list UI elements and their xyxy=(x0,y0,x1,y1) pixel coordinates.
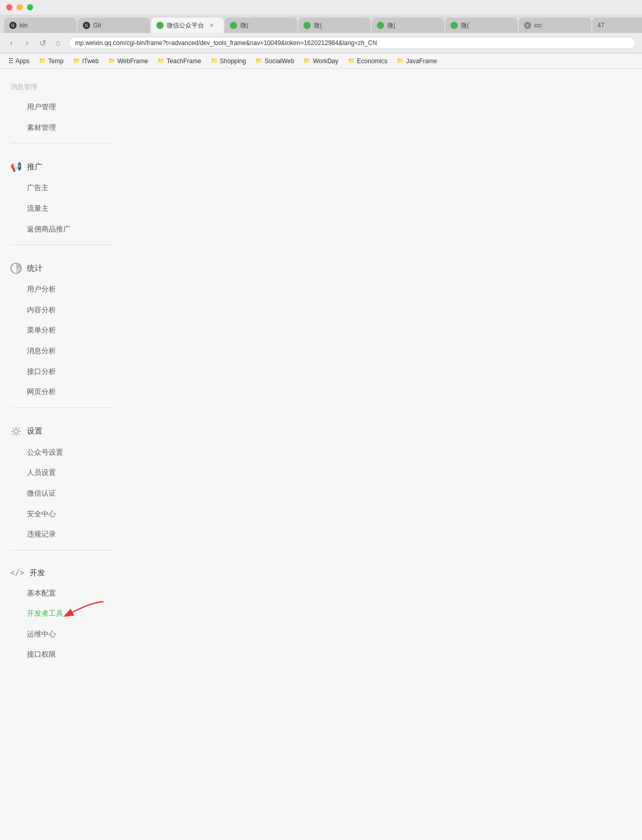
bookmark-apps[interactable]: ⠿ Apps xyxy=(4,56,34,66)
promotion-icon: 📢 xyxy=(10,161,22,172)
bookmark-economics[interactable]: 📁 Economics xyxy=(344,56,392,66)
bookmark-webframe[interactable]: 📁 WebFrame xyxy=(104,56,152,66)
home-button[interactable]: ⌂ xyxy=(53,38,63,48)
svg-point-1 xyxy=(14,429,18,433)
nav-section-header-dev: </> 开发 xyxy=(0,564,124,583)
nav-item-内容分析[interactable]: 内容分析 xyxy=(0,300,124,321)
folder-icon-workday: 📁 xyxy=(303,57,311,64)
page-content: 消息管理 用户管理 素材管理 📢 推广 广告主 流量主 返佣商品推广 xyxy=(0,69,642,840)
tab-wechat5[interactable]: 微( xyxy=(445,18,518,33)
nav-item-广告主[interactable]: 广告主 xyxy=(0,178,124,198)
bookmark-socialweb[interactable]: 📁 SocialWeb xyxy=(251,56,298,66)
folder-icon-teachframe: 📁 xyxy=(157,57,165,64)
folder-icon-webframe: 📁 xyxy=(108,57,115,64)
tab-wechat4[interactable]: 微( xyxy=(372,18,444,33)
tab-wechat[interactable]: 微信公众平台 ✕ xyxy=(151,18,224,33)
bookmark-workday[interactable]: 📁 WorkDay xyxy=(299,56,342,66)
divider-2 xyxy=(10,244,114,245)
nav-item-开发者工具[interactable]: 开发者工具 xyxy=(0,603,124,624)
nav-item-接口权限[interactable]: 接口权限 xyxy=(0,644,124,665)
tab-other[interactable]: c co: xyxy=(519,18,591,33)
tab-label-wechat: 微信公众平台 xyxy=(167,21,204,30)
tab-icon-wechat2 xyxy=(230,22,237,29)
omnibox-row: ‹ › ↺ ⌂ mp.weixin.qq.com/cgi-bin/frame?t… xyxy=(0,33,642,53)
nav-section-promotion: 📢 推广 广告主 流量主 返佣商品推广 xyxy=(0,149,124,239)
nav-item-消息管理[interactable]: 消息管理 xyxy=(0,77,124,97)
tab-github2[interactable]: G Git xyxy=(78,18,150,33)
bookmark-shopping[interactable]: 📁 Shopping xyxy=(207,56,251,66)
nav-item-公众号设置[interactable]: 公众号设置 xyxy=(0,442,124,463)
nav-item-安全中心[interactable]: 安全中心 xyxy=(0,504,124,525)
folder-icon-economics: 📁 xyxy=(348,57,355,64)
nav-item-流量主[interactable]: 流量主 xyxy=(0,198,124,219)
tab-icon-wechat3 xyxy=(303,22,311,29)
tab-icon-wechat4 xyxy=(377,22,384,29)
nav-item-微信认证[interactable]: 微信认证 xyxy=(0,483,124,504)
tab-github1[interactable]: G kin xyxy=(4,18,77,33)
nav-section-header-promotion: 📢 推广 xyxy=(0,157,124,178)
nav-item-素材管理[interactable]: 素材管理 xyxy=(0,118,124,138)
folder-icon-temp: 📁 xyxy=(39,57,46,64)
nav-section-title-settings: 设置 xyxy=(27,426,42,436)
folder-icon-itweb: 📁 xyxy=(73,57,80,64)
bookmark-shopping-label: Shopping xyxy=(220,57,246,65)
tab-label-wechat4: 微( xyxy=(387,21,396,30)
tab-label-wechat3: 微( xyxy=(314,21,322,30)
titlebar xyxy=(0,0,642,15)
nav-section-title-promotion: 推广 xyxy=(27,162,42,172)
tab-icon-wechat5 xyxy=(450,22,458,29)
minimize-button[interactable] xyxy=(17,4,23,10)
nav-item-网页分析[interactable]: 网页分析 xyxy=(0,382,124,402)
tab-label-github1: kin xyxy=(20,22,27,29)
nav-item-用户分析[interactable]: 用户分析 xyxy=(0,279,124,300)
bookmark-javaframe[interactable]: 📁 JavaFrame xyxy=(392,56,441,66)
nav-section-header-settings: 设置 xyxy=(0,422,124,442)
tab-label-num: 47 xyxy=(597,22,604,29)
nav-item-接口分析[interactable]: 接口分析 xyxy=(0,361,124,382)
nav-item-用户管理[interactable]: 用户管理 xyxy=(0,97,124,118)
sidebar: 消息管理 用户管理 素材管理 📢 推广 广告主 流量主 返佣商品推广 xyxy=(0,69,124,686)
folder-icon-socialweb: 📁 xyxy=(255,57,262,64)
bookmark-teachframe[interactable]: 📁 TeachFrame xyxy=(153,56,206,66)
dev-icon: </> xyxy=(10,568,24,577)
nav-section-settings: 设置 公众号设置 人员设置 微信认证 安全中心 违规记录 xyxy=(0,413,124,545)
folder-icon-shopping: 📁 xyxy=(211,57,218,64)
divider-3 xyxy=(10,408,114,408)
close-button[interactable] xyxy=(6,4,12,10)
folder-icon-javaframe: 📁 xyxy=(397,57,404,64)
tab-num[interactable]: 47 xyxy=(592,18,642,33)
nav-item-运维中心[interactable]: 运维中心 xyxy=(0,624,124,645)
nav-section-title-dev: 开发 xyxy=(30,568,45,578)
tab-wechat3[interactable]: 微( xyxy=(298,18,371,33)
bookmark-webframe-label: WebFrame xyxy=(118,57,148,65)
nav-section-header-statistics: 统计 xyxy=(0,258,124,279)
nav-item-人员设置[interactable]: 人员设置 xyxy=(0,462,124,483)
tab-wechat2[interactable]: 微( xyxy=(225,18,297,33)
nav-item-违规记录[interactable]: 违规记录 xyxy=(0,524,124,545)
forward-button[interactable]: › xyxy=(22,38,32,48)
nav-item-菜单分析[interactable]: 菜单分析 xyxy=(0,320,124,341)
bookmark-itweb[interactable]: 📁 ITweb xyxy=(69,56,103,66)
divider-4 xyxy=(10,550,114,551)
bookmark-teachframe-label: TeachFrame xyxy=(167,57,201,65)
bookmark-temp[interactable]: 📁 Temp xyxy=(35,56,67,66)
tab-label-other: co: xyxy=(534,22,543,29)
tab-icon-github2: G xyxy=(83,22,90,29)
url-bar[interactable]: mp.weixin.qq.com/cgi-bin/frame?t=advance… xyxy=(68,37,636,49)
nav-item-消息分析[interactable]: 消息分析 xyxy=(0,341,124,361)
reload-button[interactable]: ↺ xyxy=(37,38,48,48)
bookmark-economics-label: Economics xyxy=(357,57,388,65)
tab-close-wechat[interactable]: ✕ xyxy=(209,22,214,29)
arrow-annotation xyxy=(62,599,109,625)
nav-section-messages-partial: 消息管理 用户管理 素材管理 xyxy=(0,69,124,138)
tab-icon-other: c xyxy=(524,22,531,29)
tab-bar: G kin G Git 微信公众平台 ✕ 微( 微( 微( 微( c xyxy=(0,15,642,33)
bookmark-workday-label: WorkDay xyxy=(313,57,338,65)
nav-section-statistics: 统计 用户分析 内容分析 菜单分析 消息分析 接口分析 网页分析 xyxy=(0,250,124,402)
nav-item-返佣商品推广[interactable]: 返佣商品推广 xyxy=(0,219,124,240)
back-button[interactable]: ‹ xyxy=(6,38,17,48)
divider-1 xyxy=(10,143,114,143)
bookmark-itweb-label: ITweb xyxy=(82,57,99,65)
fullscreen-button[interactable] xyxy=(27,4,33,10)
url-text: mp.weixin.qq.com/cgi-bin/frame?t=advance… xyxy=(75,39,377,47)
